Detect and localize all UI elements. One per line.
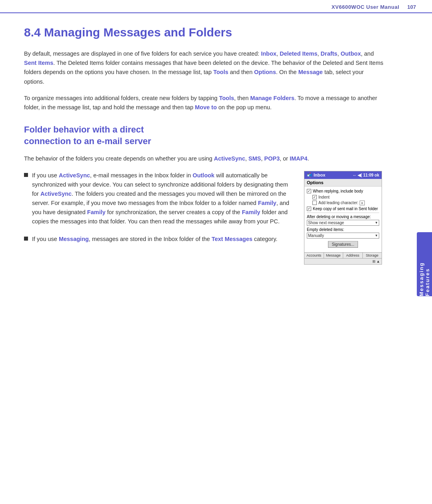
device-select-2[interactable]: Manually ▼ xyxy=(307,233,379,239)
label-keep: Keep copy of sent mail in Sent folder xyxy=(313,207,378,211)
checkbox-leading xyxy=(312,201,317,205)
link-manage-folders: Manage Folders xyxy=(250,95,294,101)
device-titlebar: 📬 Inbox ↔ ◀( 11:09 ok xyxy=(304,171,382,179)
device-footer-icon: ⊞ ▲ xyxy=(372,259,380,263)
link-message-tab: Message xyxy=(298,69,323,75)
device-tab-accounts[interactable]: Accounts xyxy=(304,253,324,258)
select-arrow-1: ▼ xyxy=(375,221,378,225)
device-menu: Options xyxy=(304,179,382,187)
link-activesync-1: ActiveSync xyxy=(214,155,245,162)
device-empty-deleted-label: Empty deleted items: xyxy=(307,227,379,232)
link-tools-1: Tools xyxy=(213,69,228,75)
organize-paragraph: To organize messages into additional fol… xyxy=(24,94,384,112)
device-screenshot: 📬 Inbox ↔ ◀( 11:09 ok Options When reply… xyxy=(304,171,382,265)
link-family-1: Family xyxy=(258,200,276,206)
device-row-keep: Keep copy of sent mail in Sent folder xyxy=(307,207,379,211)
behavior-paragraph: The behavior of the folders you create d… xyxy=(24,154,384,163)
device-select-2-value: Manually xyxy=(308,233,324,238)
label-replying: When replying, include body xyxy=(313,189,363,193)
device-screenshot-container: 📬 Inbox ↔ ◀( 11:09 ok Options When reply… xyxy=(304,171,384,265)
link-activesync-3: ActiveSync xyxy=(40,191,72,197)
main-content: 8.4 Managing Messages and Folders By def… xyxy=(0,13,416,281)
bullet-item-2: If you use Messaging, messages are store… xyxy=(24,235,292,244)
select-arrow-2: ▼ xyxy=(375,234,378,237)
sidebar-tab-label: Messaging Features xyxy=(418,232,430,296)
device-tab-message[interactable]: Message xyxy=(324,253,344,258)
device-titlebar-label: 📬 Inbox xyxy=(307,173,325,178)
link-outlook: Outlook xyxy=(192,172,214,179)
link-tools-2: Tools xyxy=(219,95,234,101)
link-inbox: Inbox xyxy=(261,50,276,57)
bullet-item-1: If you use ActiveSync, e-mail messages i… xyxy=(24,171,292,227)
link-messaging: Messaging xyxy=(59,236,89,242)
device-row-indent: Indent xyxy=(307,195,379,199)
link-pop3: POP3 xyxy=(264,155,280,162)
sidebar-tab: Messaging Features xyxy=(417,232,432,296)
device-row-leading: Add leading character: x xyxy=(307,201,379,205)
bullet-square-2 xyxy=(24,237,28,241)
link-outbox: Outbox xyxy=(340,50,361,57)
page-number: 107 xyxy=(407,4,416,10)
leading-char-box: x xyxy=(360,201,365,205)
signatures-button[interactable]: Signatures... xyxy=(328,241,358,248)
link-activesync-2: ActiveSync xyxy=(59,172,90,179)
checkbox-indent xyxy=(312,195,317,199)
link-move-to: Move to xyxy=(195,104,217,110)
link-family-3: Family xyxy=(242,209,260,215)
device-footer: ⊞ ▲ xyxy=(304,258,382,264)
bullet-text-1: If you use ActiveSync, e-mail messages i… xyxy=(32,171,292,227)
link-text-messages: Text Messages xyxy=(212,236,252,242)
link-imap4: IMAP4 xyxy=(290,155,307,162)
header-title: XV6600WOC User Manual xyxy=(332,4,399,10)
device-select-1[interactable]: Show next message ▼ xyxy=(307,220,379,226)
chapter-heading: 8.4 Managing Messages and Folders xyxy=(24,25,384,40)
link-sent-items: Sent Items xyxy=(24,60,53,66)
device-tab-storage[interactable]: Storage xyxy=(363,253,382,258)
device-row-1: When replying, include body xyxy=(307,189,379,193)
bullet-text-2: If you use Messaging, messages are store… xyxy=(32,235,278,244)
checkbox-keep xyxy=(307,207,311,211)
link-options: Options xyxy=(254,69,276,75)
intro-paragraph: By default, messages are displayed in on… xyxy=(24,49,384,86)
checkbox-replying xyxy=(307,189,311,193)
link-sms: SMS xyxy=(248,155,261,162)
device-button-row: Signatures... xyxy=(307,240,379,249)
label-indent: Indent xyxy=(318,195,330,199)
text-column: If you use ActiveSync, e-mail messages i… xyxy=(24,171,292,265)
page-header: XV6600WOC User Manual 107 xyxy=(0,0,432,13)
device-bottom-tabs: Accounts Message Address Storage xyxy=(304,252,382,258)
device-tab-address[interactable]: Address xyxy=(343,253,363,258)
two-col-section: If you use ActiveSync, e-mail messages i… xyxy=(24,171,384,265)
device-separator-1 xyxy=(307,213,379,213)
link-drafts: Drafts xyxy=(321,50,338,57)
bullet-square-1 xyxy=(24,173,28,177)
link-deleted-items: Deleted Items xyxy=(280,50,317,57)
device-after-deleting-label: After deleting or moving a message: xyxy=(307,215,379,219)
bullet-list: If you use ActiveSync, e-mail messages i… xyxy=(24,171,292,244)
device-select-1-value: Show next message xyxy=(308,221,344,225)
device-body: When replying, include body Indent Add l… xyxy=(304,187,382,252)
device-titlebar-icons: ↔ ◀( 11:09 ok xyxy=(352,173,379,177)
label-leading: Add leading character: xyxy=(318,201,358,205)
section-heading: Folder behavior with a direct connection… xyxy=(24,124,384,147)
link-family-2: Family xyxy=(87,209,106,215)
